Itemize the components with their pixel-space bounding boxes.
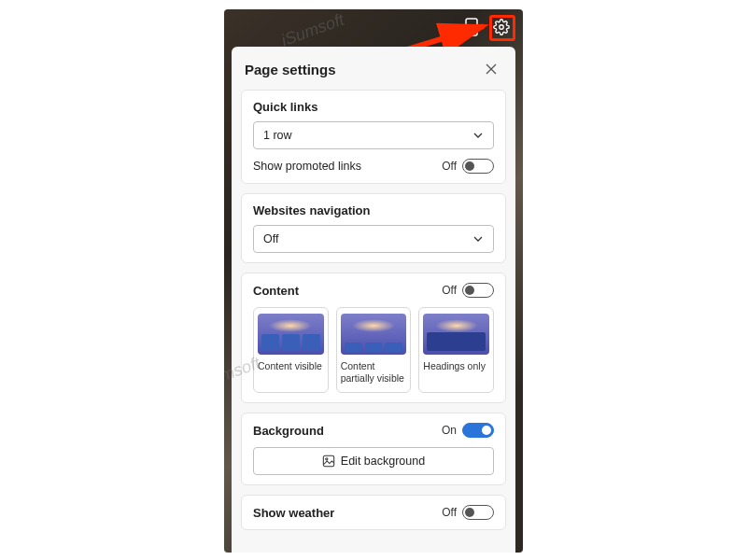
weather-state: Off (442, 506, 457, 519)
edit-background-button[interactable]: Edit background (253, 447, 494, 475)
gear-icon[interactable] (491, 17, 512, 37)
background-title: Background (253, 424, 324, 438)
layout-label: Content visible (258, 360, 324, 372)
weather-card: Show weather Off (241, 495, 506, 530)
svg-point-7 (326, 458, 328, 460)
quick-links-select-value: 1 row (263, 129, 292, 142)
chevron-down-icon (472, 233, 484, 245)
content-title: Content (253, 284, 299, 298)
toggle-switch-icon (462, 283, 494, 298)
background-card: Background On Edit background (241, 413, 506, 485)
image-icon (322, 455, 335, 468)
quick-links-title: Quick links (253, 100, 494, 114)
edit-background-label: Edit background (341, 455, 425, 468)
websites-nav-card: Websites navigation Off (241, 193, 506, 263)
layout-thumb-icon (341, 314, 407, 355)
content-card: Content Off Content visible Content part… (241, 273, 506, 403)
quick-links-card: Quick links 1 row Show promoted links Of… (241, 90, 506, 184)
page-settings-panel: Page settings Quick links 1 row Show pro… (232, 47, 515, 553)
promoted-links-toggle[interactable]: Off (442, 159, 494, 174)
websites-nav-select[interactable]: Off (253, 225, 494, 253)
mobile-icon[interactable] (461, 17, 482, 37)
quick-links-select[interactable]: 1 row (253, 121, 494, 149)
weather-title: Show weather (253, 506, 334, 520)
panel-title: Page settings (245, 62, 336, 77)
websites-nav-select-value: Off (263, 232, 278, 245)
toggle-switch-icon (462, 423, 494, 438)
promoted-links-label: Show promoted links (253, 160, 361, 173)
app-window: Page settings Quick links 1 row Show pro… (224, 9, 523, 553)
promoted-links-state: Off (442, 160, 457, 173)
layout-option-visible[interactable]: Content visible (253, 307, 329, 393)
layout-label: Headings only (423, 360, 489, 372)
toggle-switch-icon (462, 159, 494, 174)
layout-thumb-icon (423, 314, 489, 355)
weather-toggle[interactable]: Off (442, 505, 494, 520)
toggle-switch-icon (462, 505, 494, 520)
background-toggle[interactable]: On (442, 423, 494, 438)
weather-row: Show weather Off (253, 505, 494, 520)
layout-label: Content partially visible (341, 360, 407, 385)
promoted-links-row: Show promoted links Off (253, 159, 494, 174)
content-header-row: Content Off (253, 283, 494, 298)
content-layout-options: Content visible Content partially visibl… (253, 307, 494, 393)
close-icon[interactable] (480, 58, 502, 80)
svg-point-2 (500, 25, 504, 30)
panel-header: Page settings (241, 58, 506, 80)
chevron-down-icon (472, 130, 484, 141)
background-header-row: Background On (253, 423, 494, 438)
background-state: On (442, 424, 457, 437)
layout-thumb-icon (258, 314, 324, 355)
websites-nav-title: Websites navigation (253, 203, 494, 217)
content-state: Off (442, 284, 457, 297)
layout-option-partial[interactable]: Content partially visible (336, 307, 412, 393)
layout-option-headings[interactable]: Headings only (418, 307, 494, 393)
top-toolbar (224, 9, 523, 45)
content-toggle[interactable]: Off (442, 283, 494, 298)
